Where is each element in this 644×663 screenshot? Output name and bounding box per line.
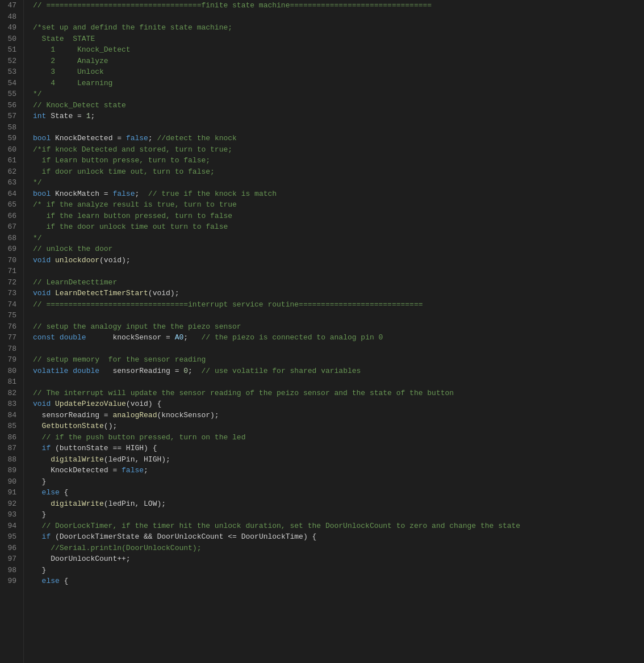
code-token: void xyxy=(33,400,51,408)
code-token: State STATE xyxy=(33,35,95,43)
line-number: 48 xyxy=(5,11,16,23)
code-line: if Learn button presse, turn to false; xyxy=(33,155,644,166)
code-token: (ledPin, LOW); xyxy=(104,500,166,508)
code-token: // use volatile for shared variables xyxy=(202,367,361,375)
code-token: if door unlock time out, turn to false; xyxy=(33,167,215,176)
code-token: (void); xyxy=(148,289,179,297)
line-number: 59 xyxy=(5,133,16,144)
line-number: 96 xyxy=(5,543,16,554)
line-number: 50 xyxy=(5,33,16,45)
code-token: } xyxy=(33,510,46,519)
code-token xyxy=(55,333,60,342)
line-number: 62 xyxy=(5,166,16,178)
code-token: int xyxy=(33,112,46,120)
code-line: digitalWrite(ledPin, LOW); xyxy=(33,498,644,510)
line-number: 84 xyxy=(5,410,16,421)
line-number: 71 xyxy=(5,266,16,277)
line-number: 92 xyxy=(5,498,16,510)
line-number: 97 xyxy=(5,553,16,565)
line-number: 95 xyxy=(5,531,16,543)
code-token xyxy=(33,500,51,508)
line-number: 58 xyxy=(5,122,16,133)
line-number: 87 xyxy=(5,443,16,454)
code-line: bool KnockMatch = false; // true if the … xyxy=(33,188,644,200)
code-token: if the door unlock time out turn to fals… xyxy=(33,223,228,231)
code-token: (buttonState == HIGH) { xyxy=(51,444,157,452)
code-line: 3 Unlock xyxy=(33,66,644,78)
code-line: // setup memory for the sensor reading xyxy=(33,354,644,366)
code-token: ; xyxy=(135,190,148,198)
line-number: 75 xyxy=(5,310,16,321)
line-number: 79 xyxy=(5,354,16,366)
code-token: (knockSensor); xyxy=(157,411,219,419)
code-token: ; xyxy=(144,466,148,475)
code-line: sensorReading = analogRead(knockSensor); xyxy=(33,410,644,421)
line-number: 49 xyxy=(5,22,16,33)
code-token: // LearnDetecttimer xyxy=(33,278,117,287)
line-number: 80 xyxy=(5,366,16,377)
code-token: /*if knock Detected and stored, turn to … xyxy=(33,145,232,154)
code-line: } xyxy=(33,565,644,576)
code-token: sensorReading = xyxy=(99,367,183,375)
line-numbers: 4748495051525354555657585960616263646566… xyxy=(0,0,24,663)
code-token xyxy=(33,422,42,430)
code-token: analogRead xyxy=(112,411,157,419)
line-number: 91 xyxy=(5,487,16,498)
line-number: 53 xyxy=(5,66,16,78)
code-token: //detect the knock xyxy=(157,134,236,142)
code-content[interactable]: // ===================================fi… xyxy=(24,0,644,663)
line-number: 74 xyxy=(5,299,16,310)
line-number: 63 xyxy=(5,177,16,188)
code-line: // DoorLockTimer, if the timer hit the u… xyxy=(33,521,644,532)
code-line: else { xyxy=(33,576,644,587)
code-line: 2 Analyze xyxy=(33,56,644,67)
code-token: State = xyxy=(46,112,86,120)
code-line xyxy=(33,310,644,321)
line-number: 54 xyxy=(5,78,16,89)
code-line xyxy=(33,266,644,277)
code-line: // Knock_Detect state xyxy=(33,100,644,111)
code-token: (); xyxy=(104,422,117,430)
code-token: DoorUnlockCount++; xyxy=(33,555,131,563)
code-token: // the piezo is connected to analog pin … xyxy=(202,333,383,342)
line-number: 98 xyxy=(5,565,16,576)
code-token: ; xyxy=(90,112,95,120)
code-token: KnockDetected = xyxy=(33,466,122,475)
code-line: void UpdatePiezoValue(void) { xyxy=(33,398,644,410)
code-line: */ xyxy=(33,89,644,100)
code-token: */ xyxy=(33,90,42,98)
code-line: digitalWrite(ledPin, HIGH); xyxy=(33,454,644,465)
code-line: void LearnDetectTimerStart(void); xyxy=(33,288,644,299)
line-number: 78 xyxy=(5,343,16,355)
code-token: else xyxy=(33,577,60,585)
code-token: GetbuttonState xyxy=(42,422,104,430)
code-line: /*if knock Detected and stored, turn to … xyxy=(33,144,644,156)
line-number: 52 xyxy=(5,56,16,67)
line-number: 68 xyxy=(5,233,16,244)
code-token: (DoorLockTimerState && DoorUnlockCount <… xyxy=(51,532,316,541)
code-token: knockSensor = xyxy=(86,333,175,342)
code-token: } xyxy=(33,477,46,486)
line-number: 76 xyxy=(5,321,16,333)
code-token: false xyxy=(112,190,135,198)
code-line: /*set up and defind the finite state mac… xyxy=(33,22,644,33)
code-line: // LearnDetecttimer xyxy=(33,277,644,288)
line-number: 67 xyxy=(5,221,16,233)
line-number: 57 xyxy=(5,111,16,122)
code-token: /* if the analyze result is true, turn t… xyxy=(33,200,237,209)
code-token: digitalWrite xyxy=(51,500,104,508)
line-number: 55 xyxy=(5,89,16,100)
line-number: 64 xyxy=(5,188,16,200)
line-number: 82 xyxy=(5,388,16,399)
code-line xyxy=(33,343,644,355)
code-token: // ===================================fi… xyxy=(33,1,432,10)
code-token: // true if the knock is match xyxy=(148,190,277,198)
code-line: /* if the analyze result is true, turn t… xyxy=(33,199,644,211)
code-line: else { xyxy=(33,487,644,498)
code-editor: 4748495051525354555657585960616263646566… xyxy=(0,0,644,663)
code-token: A0 xyxy=(175,333,184,342)
code-line xyxy=(33,122,644,133)
code-token: void xyxy=(33,256,51,265)
line-number: 70 xyxy=(5,255,16,266)
code-line: KnockDetected = false; xyxy=(33,465,644,476)
